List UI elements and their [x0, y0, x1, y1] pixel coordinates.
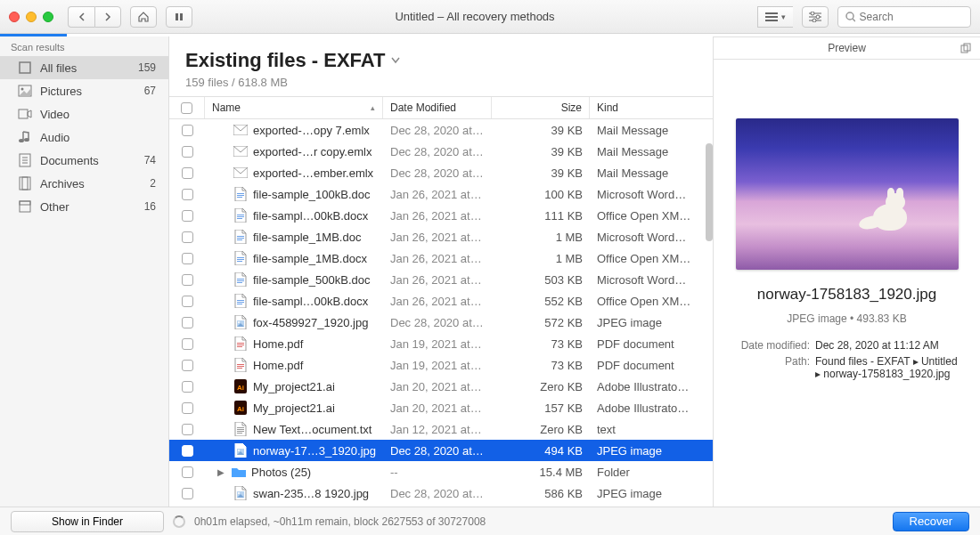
svg-rect-40: [237, 259, 244, 260]
row-checkbox[interactable]: [182, 424, 193, 435]
svg-rect-0: [176, 13, 178, 20]
svg-rect-39: [237, 257, 244, 258]
preview-path-value: Found files - EXFAT ▸ Untitled ▸ norway-…: [815, 355, 964, 380]
show-in-finder-button[interactable]: Show in Finder: [11, 511, 164, 532]
sidebar: Scan results All files159Pictures67Video…: [0, 36, 169, 507]
file-row[interactable]: fox-4589927_1920.jpgDec 28, 2020 at…572 …: [169, 312, 713, 333]
preview-pane: Preview norway-1758183_1920.jpg JPEG ima…: [713, 36, 980, 507]
row-checkbox[interactable]: [182, 338, 193, 350]
row-kind: Mail Message: [590, 166, 713, 180]
view-mode-button[interactable]: ▾: [757, 6, 793, 28]
file-row[interactable]: file-sampl…00kB.docxJan 26, 2021 at…552 …: [169, 290, 713, 312]
row-size: 39 KB: [492, 166, 590, 180]
file-row[interactable]: swan-235…8 1920.jpgDec 28, 2020 at…586 K…: [169, 482, 713, 504]
column-kind[interactable]: Kind: [590, 97, 713, 118]
sidebar-item-documents[interactable]: Documents74: [0, 149, 168, 172]
forward-button[interactable]: [94, 6, 121, 28]
file-row[interactable]: norway-17…3_1920.jpgDec 28, 2020 at…494 …: [169, 440, 713, 461]
row-size: 503 KB: [492, 273, 590, 287]
row-name: file-sampl…00kB.docx: [205, 208, 383, 223]
svg-rect-45: [237, 300, 244, 301]
file-doc-icon: [233, 187, 248, 201]
zoom-window[interactable]: [43, 12, 53, 22]
sidebar-item-other[interactable]: Other16: [0, 195, 168, 218]
sidebar-item-count: 2: [150, 177, 156, 190]
row-checkbox[interactable]: [182, 146, 193, 158]
row-checkbox[interactable]: [182, 253, 193, 264]
row-checkbox[interactable]: [182, 189, 193, 200]
sidebar-item-count: 159: [138, 61, 156, 74]
sidebar-item-all-files[interactable]: All files159: [0, 56, 168, 79]
file-mail-icon: [233, 123, 248, 137]
file-row[interactable]: file-sample_1MB.docJan 26, 2021 at…1 MBM…: [169, 226, 713, 247]
row-date: Jan 19, 2021 at…: [383, 337, 492, 351]
sidebar-item-video[interactable]: Video: [0, 102, 168, 126]
copy-icon[interactable]: [960, 43, 971, 53]
sidebar-item-archives[interactable]: Archives2: [0, 172, 168, 195]
column-size[interactable]: Size: [492, 97, 590, 118]
row-name: AiMy_project21.ai: [205, 401, 383, 415]
home-button[interactable]: [130, 6, 157, 28]
row-checkbox[interactable]: [182, 125, 193, 136]
svg-rect-51: [237, 345, 244, 345]
row-checkbox[interactable]: [182, 296, 193, 307]
file-row[interactable]: exported-…r copy.emlxDec 28, 2020 at…39 …: [169, 141, 713, 162]
sidebar-item-pictures[interactable]: Pictures67: [0, 79, 168, 102]
file-row[interactable]: exported-…opy 7.emlxDec 28, 2020 at…39 K…: [169, 119, 713, 141]
row-kind: text: [590, 423, 713, 436]
sidebar-item-audio[interactable]: Audio: [0, 126, 168, 149]
footer: Show in Finder 0h01m elapsed, ~0h11m rem…: [0, 507, 980, 535]
file-row[interactable]: Home.pdfJan 19, 2021 at…73 KBPDF documen…: [169, 333, 713, 354]
search-field[interactable]: [837, 6, 971, 28]
minimize-window[interactable]: [26, 12, 37, 22]
preview-image: [736, 118, 959, 270]
row-checkbox[interactable]: [182, 360, 193, 371]
row-checkbox[interactable]: [182, 466, 193, 478]
picture-icon: [18, 84, 32, 98]
svg-rect-54: [237, 366, 244, 367]
column-checkbox[interactable]: [169, 97, 205, 118]
svg-rect-38: [237, 239, 242, 240]
recover-button[interactable]: Recover: [893, 512, 969, 531]
row-checkbox[interactable]: [182, 210, 193, 222]
svg-rect-47: [237, 304, 242, 304]
row-checkbox[interactable]: [182, 231, 193, 243]
disclosure-triangle-icon[interactable]: ▶: [217, 467, 226, 477]
column-name[interactable]: Name▴: [205, 97, 383, 118]
scrollbar[interactable]: [706, 143, 713, 241]
file-row[interactable]: file-sampl…00kB.docxJan 26, 2021 at…111 …: [169, 205, 713, 226]
back-button[interactable]: [68, 6, 94, 28]
file-row[interactable]: file-sample_1MB.docxJan 26, 2021 at…1 MB…: [169, 247, 713, 269]
row-size: 39 KB: [492, 124, 590, 137]
row-checkbox[interactable]: [182, 167, 193, 179]
row-size: Zero KB: [492, 423, 590, 436]
row-checkbox[interactable]: [182, 381, 193, 393]
file-row[interactable]: ▶Photos (25)--15.4 MBFolder: [169, 461, 713, 482]
search-input[interactable]: [860, 11, 963, 23]
row-checkbox[interactable]: [182, 274, 193, 286]
file-row[interactable]: AiMy_project21.aiJan 20, 2021 at…157 KBA…: [169, 397, 713, 418]
sidebar-item-label: Other: [40, 200, 69, 214]
svg-rect-50: [237, 343, 244, 344]
row-date: Dec 28, 2020 at…: [383, 166, 492, 180]
row-checkbox[interactable]: [182, 402, 193, 414]
svg-point-18: [24, 138, 29, 142]
pause-button[interactable]: [166, 6, 192, 28]
svg-rect-52: [237, 346, 242, 347]
file-row[interactable]: New Text…ocument.txtJan 12, 2021 at 1…Ze…: [169, 418, 713, 440]
chevron-down-icon[interactable]: [391, 57, 400, 64]
column-date[interactable]: Date Modified: [383, 97, 492, 118]
file-row[interactable]: file-sample_100kB.docJan 26, 2021 at…100…: [169, 183, 713, 205]
close-window[interactable]: [9, 12, 20, 22]
svg-point-67: [238, 492, 240, 494]
row-checkbox[interactable]: [182, 317, 193, 328]
row-checkbox[interactable]: [182, 488, 193, 499]
file-row[interactable]: file-sample_500kB.docJan 26, 2021 at…503…: [169, 269, 713, 290]
row-date: Jan 19, 2021 at…: [383, 359, 492, 372]
row-date: Dec 28, 2020 at…: [383, 487, 492, 500]
file-row[interactable]: Home.pdfJan 19, 2021 at…73 KBPDF documen…: [169, 354, 713, 376]
row-checkbox[interactable]: [182, 445, 193, 457]
settings-button[interactable]: [802, 6, 829, 28]
file-row[interactable]: AiMy_project21.aiJan 20, 2021 at…Zero KB…: [169, 376, 713, 397]
file-row[interactable]: exported-…ember.emlxDec 28, 2020 at…39 K…: [169, 162, 713, 183]
